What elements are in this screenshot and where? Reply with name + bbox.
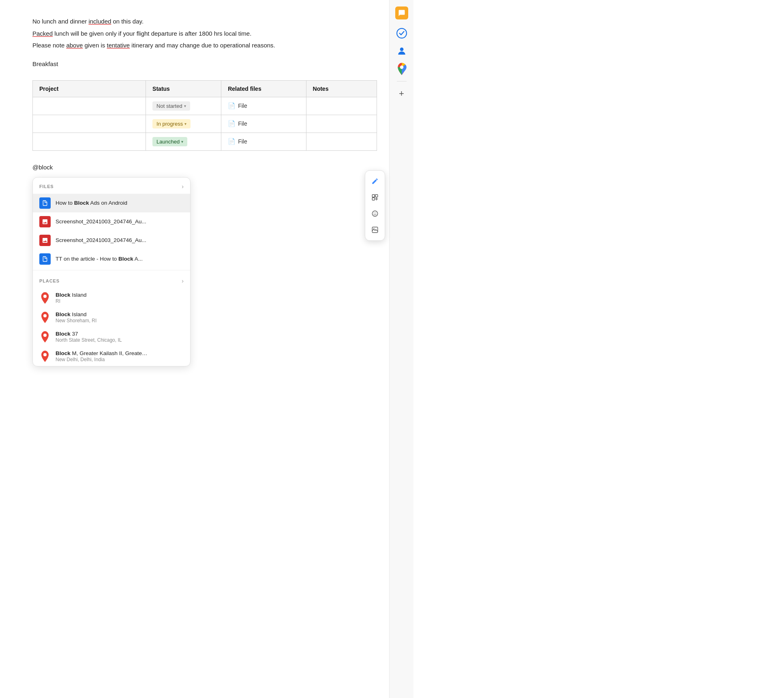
svg-point-3 <box>43 353 47 356</box>
place-sub-4: New Delhi, Delhi, India <box>56 357 148 362</box>
media-button[interactable] <box>368 223 382 237</box>
col-header-notes: Notes <box>306 80 377 97</box>
add-block-button[interactable] <box>368 190 382 205</box>
status-badge-in-progress[interactable]: In progress ▾ <box>152 119 191 128</box>
maps-pin-icon-2 <box>39 312 51 323</box>
status-badge-launched[interactable]: Launched ▾ <box>152 137 187 146</box>
floating-toolbar <box>365 170 385 241</box>
breakfast-label: Breakfast <box>32 60 365 67</box>
svg-point-11 <box>374 213 375 214</box>
dropdown-arrow: ▾ <box>184 104 186 108</box>
place-item-1[interactable]: Block Island RI <box>33 288 190 308</box>
maps-icon[interactable] <box>394 62 409 76</box>
places-arrow[interactable]: › <box>182 278 184 284</box>
doc-icon-1 <box>39 197 51 209</box>
svg-point-12 <box>375 213 376 214</box>
place-name-4: Block M, Greater Kailash II, Greate… <box>56 350 148 356</box>
underline-included: included <box>88 18 111 25</box>
file-label-1: File <box>238 103 247 109</box>
sidebar-divider <box>397 81 407 81</box>
file-icon-3: 📄 <box>228 138 236 145</box>
add-icon[interactable]: + <box>394 86 409 101</box>
svg-rect-9 <box>372 198 375 200</box>
col-header-files: Related files <box>221 80 306 97</box>
img-icon-2 <box>39 216 51 227</box>
file-item-2[interactable]: Screenshot_20241003_204746_Au... <box>33 212 190 231</box>
file-label-3: File <box>238 138 247 145</box>
status-badge-not-started[interactable]: Not started ▾ <box>152 101 190 111</box>
col-header-project: Project <box>33 80 146 97</box>
project-table: Project Status Related files Notes Not s… <box>32 80 377 151</box>
place-info-4: Block M, Greater Kailash II, Greate… New… <box>56 350 148 362</box>
para-2: Packed lunch will be given only if your … <box>32 28 365 39</box>
places-section-header: PLACES › <box>33 272 190 288</box>
table-row: Launched ▾ 📄 File <box>33 133 377 150</box>
text-block: No lunch and dinner included on this day… <box>32 16 365 51</box>
place-sub-2: New Shoreham, RI <box>56 318 96 323</box>
tasks-icon[interactable] <box>394 26 409 41</box>
main-content: No lunch and dinner included on this day… <box>0 0 389 698</box>
underline-tentative: tentative <box>107 42 130 49</box>
cell-file-1: 📄 File <box>221 97 306 115</box>
edit-button[interactable] <box>368 174 382 188</box>
place-name-1: Block Island <box>56 292 87 298</box>
table-row: Not started ▾ 📄 File <box>33 97 377 115</box>
maps-pin-icon-1 <box>39 292 51 304</box>
places-label: PLACES <box>39 278 60 283</box>
message-icon[interactable] <box>395 6 408 19</box>
files-arrow[interactable]: › <box>182 183 184 190</box>
right-sidebar: + <box>389 0 413 698</box>
place-info-1: Block Island RI <box>56 292 87 304</box>
place-info-2: Block Island New Shoreham, RI <box>56 311 96 323</box>
img-icon-3 <box>39 235 51 246</box>
place-item-2[interactable]: Block Island New Shoreham, RI <box>33 308 190 327</box>
file-item-4[interactable]: TT on the article - How to Block A... <box>33 250 190 268</box>
doc-icon-4 <box>39 253 51 265</box>
emoji-button[interactable] <box>368 206 382 221</box>
place-sub-3: North State Street, Chicago, IL <box>56 337 122 343</box>
file-icon-1: 📄 <box>228 102 236 109</box>
cell-notes-2 <box>306 115 377 133</box>
place-name-2: Block Island <box>56 311 96 317</box>
dropdown-arrow-3: ▾ <box>181 139 183 144</box>
cell-status-3[interactable]: Launched ▾ <box>146 133 221 150</box>
maps-pin-icon-3 <box>39 331 51 343</box>
underline-above: above <box>66 42 83 49</box>
svg-rect-8 <box>375 195 378 197</box>
svg-point-0 <box>43 295 47 298</box>
maps-pin-icon-4 <box>39 351 51 362</box>
place-name-3: Block 37 <box>56 331 122 337</box>
file-item-2-text: Screenshot_20241003_204746_Au... <box>56 218 146 225</box>
para-1: No lunch and dinner included on this day… <box>32 16 365 27</box>
file-item-4-text: TT on the article - How to Block A... <box>56 256 143 262</box>
place-info-3: Block 37 North State Street, Chicago, IL <box>56 331 122 343</box>
cell-project-3 <box>33 133 146 150</box>
cell-file-3: 📄 File <box>221 133 306 150</box>
svg-point-6 <box>400 65 403 69</box>
place-item-4[interactable]: Block M, Greater Kailash II, Greate… New… <box>33 347 190 366</box>
svg-point-4 <box>397 28 407 38</box>
block-mention: @block <box>32 164 365 171</box>
file-item-1[interactable]: How to Block Ads on Android <box>33 194 190 212</box>
file-item-3-text: Screenshot_20241003_204746_Au... <box>56 237 146 243</box>
cell-project-2 <box>33 115 146 133</box>
file-item-1-text: How to Block Ads on Android <box>56 200 127 206</box>
table-row: In progress ▾ 📄 File <box>33 115 377 133</box>
cell-notes-1 <box>306 97 377 115</box>
file-label-2: File <box>238 120 247 127</box>
files-label: FILES <box>39 184 54 189</box>
file-item-3[interactable]: Screenshot_20241003_204746_Au... <box>33 231 190 250</box>
svg-point-10 <box>372 211 378 216</box>
place-item-3[interactable]: Block 37 North State Street, Chicago, IL <box>33 327 190 347</box>
svg-point-5 <box>400 47 403 51</box>
para-3: Please note above given is tentative iti… <box>32 40 365 51</box>
file-icon-2: 📄 <box>228 120 236 127</box>
cell-status-2[interactable]: In progress ▾ <box>146 115 221 133</box>
underline-packed: Packed <box>32 30 53 37</box>
svg-point-2 <box>43 334 47 337</box>
cell-status-1[interactable]: Not started ▾ <box>146 97 221 115</box>
contacts-icon[interactable] <box>394 44 409 58</box>
svg-point-1 <box>43 314 47 317</box>
dropdown-arrow-2: ▾ <box>184 122 186 126</box>
files-section-header: FILES › <box>33 178 190 194</box>
